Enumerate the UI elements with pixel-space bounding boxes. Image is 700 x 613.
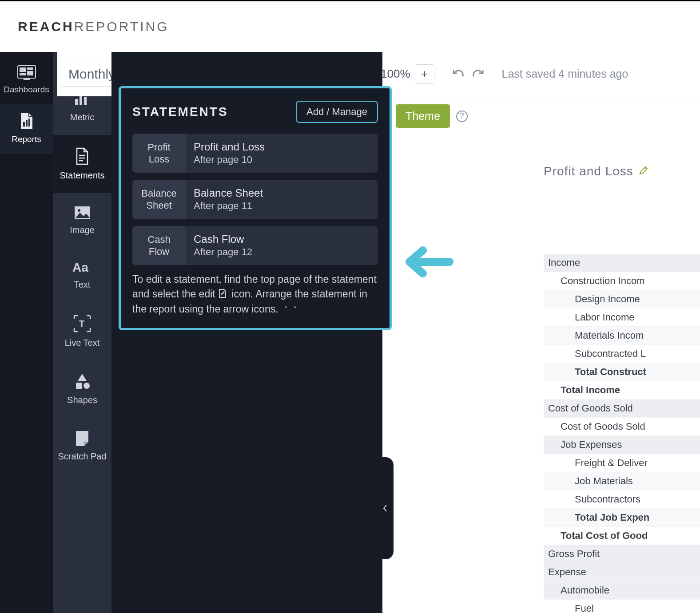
brand-logo: REACHREPORTING: [0, 1, 700, 52]
arrow-annotation-icon: [405, 244, 454, 281]
tool-scratch-pad[interactable]: Scratch Pad: [53, 418, 111, 474]
history-controls: [452, 67, 484, 81]
theme-button[interactable]: Theme: [396, 104, 450, 128]
tool-label: Live Text: [65, 338, 100, 348]
tool-text[interactable]: Aa Text: [53, 248, 111, 302]
tool-label: Image: [70, 225, 95, 235]
statement-position: After page 11: [194, 200, 263, 212]
undo-icon[interactable]: [452, 67, 465, 81]
tool-label: Shapes: [67, 395, 97, 405]
report-title: Profit and Loss: [544, 164, 633, 178]
secondary-sidebar: Metric Statements Image Aa Text T Live T…: [53, 52, 111, 613]
chevron-up-icon[interactable]: ˄: [284, 305, 288, 314]
table-row: Job Materials: [544, 472, 700, 490]
report-table: IncomeConstruction IncomDesign IncomeLab…: [544, 254, 700, 613]
statement-name: Cash Flow: [194, 233, 252, 245]
statement-card-cf[interactable]: Cash Flow Cash Flow After page 12: [132, 226, 378, 265]
statement-badge: Balance Sheet: [132, 180, 186, 219]
svg-rect-5: [24, 78, 30, 80]
svg-point-16: [78, 209, 80, 212]
image-icon: [74, 206, 91, 220]
statement-info: Profit and Loss After page 10: [186, 134, 273, 173]
svg-rect-11: [84, 97, 87, 105]
svg-rect-7: [26, 120, 28, 127]
report-title-row: Profit and Loss: [544, 164, 700, 196]
tool-label: Text: [74, 280, 91, 289]
sidebar-item-dashboards[interactable]: Dashboards: [0, 57, 53, 104]
tool-live-text[interactable]: T Live Text: [53, 302, 111, 360]
svg-rect-10: [80, 95, 82, 105]
statement-position: After page 10: [194, 154, 265, 166]
zoom-in-button[interactable]: +: [415, 64, 434, 84]
tool-label: Statements: [60, 170, 104, 180]
table-row: Subcontractors: [544, 490, 700, 509]
table-row: Construction Incom: [544, 272, 700, 290]
document-icon: [75, 147, 89, 165]
table-row: Total Cost of Good: [544, 527, 700, 545]
svg-rect-2: [27, 67, 33, 70]
svg-point-21: [84, 383, 90, 389]
tool-label: Metric: [70, 112, 94, 122]
svg-rect-9: [75, 99, 78, 105]
statements-help-text: To edit a statement, find the top page o…: [132, 272, 378, 316]
chevron-down-icon[interactable]: ˅: [293, 305, 297, 314]
statements-heading: STATEMENTS: [132, 105, 228, 119]
table-row: Cost of Goods Sold: [544, 399, 700, 418]
svg-text:T: T: [79, 319, 84, 328]
sidebar-item-reports[interactable]: Reports: [0, 104, 53, 154]
table-row: Job Expenses: [544, 436, 700, 454]
table-row: Total Construct: [544, 363, 700, 381]
statement-badge: Profit Loss: [132, 134, 186, 173]
statements-panel: STATEMENTS Add / Manage Profit Loss Prof…: [119, 86, 392, 330]
tool-statements[interactable]: Statements: [53, 135, 111, 193]
svg-rect-8: [28, 119, 30, 127]
tool-label: Scratch Pad: [58, 451, 107, 461]
table-row: Expense: [544, 563, 700, 581]
statement-info: Balance Sheet After page 11: [186, 180, 271, 219]
dashboard-icon: [17, 65, 36, 80]
statement-card-bs[interactable]: Balance Sheet Balance Sheet After page 1…: [132, 180, 378, 219]
svg-rect-6: [23, 122, 25, 127]
svg-text:Aa: Aa: [72, 261, 88, 274]
table-row: Cost of Goods Sold: [544, 418, 700, 436]
canvas-toolbar: Theme ?: [396, 104, 468, 128]
statement-card-pl[interactable]: Profit Loss Profit and Loss After page 1…: [132, 134, 378, 173]
svg-marker-19: [78, 374, 87, 381]
table-row: Subcontracted L: [544, 345, 700, 363]
pencil-icon[interactable]: [639, 164, 648, 178]
brand-bold: REACH: [18, 19, 74, 34]
table-row: Income: [544, 254, 700, 272]
primary-sidebar: Dashboards Reports: [0, 52, 53, 613]
collapse-panel-handle[interactable]: [377, 457, 394, 559]
tool-shapes[interactable]: Shapes: [53, 360, 111, 418]
report-preview: Profit and Loss IncomeConstruction Incom…: [544, 164, 700, 613]
svg-rect-20: [76, 383, 82, 389]
text-icon: Aa: [72, 260, 92, 274]
table-row: Design Income: [544, 290, 700, 308]
statement-name: Balance Sheet: [194, 187, 263, 199]
brand-thin: REPORTING: [74, 19, 169, 34]
add-manage-button[interactable]: Add / Manage: [296, 101, 378, 123]
table-row: Materials Incom: [544, 327, 700, 345]
tool-image[interactable]: Image: [53, 193, 111, 248]
svg-rect-4: [20, 73, 26, 75]
table-row: Freight & Deliver: [544, 454, 700, 472]
table-row: Automobile: [544, 581, 700, 600]
redo-icon[interactable]: [472, 67, 484, 81]
edit-doc-icon: [218, 289, 227, 298]
table-row: Total Job Expen: [544, 509, 700, 527]
table-row: Total Income: [544, 381, 700, 399]
help-icon[interactable]: ?: [456, 111, 468, 122]
report-icon: [19, 112, 34, 130]
statement-badge: Cash Flow: [132, 226, 186, 265]
table-row: Gross Profit: [544, 545, 700, 563]
svg-rect-3: [27, 71, 33, 75]
svg-rect-1: [20, 67, 26, 72]
sidebar-label: Dashboards: [4, 85, 49, 94]
chevron-left-icon: [382, 504, 388, 512]
table-row: Labor Income: [544, 308, 700, 327]
sidebar-label: Reports: [12, 134, 41, 144]
zoom-level: 100%: [381, 67, 410, 81]
statement-info: Cash Flow After page 12: [186, 226, 260, 265]
statement-position: After page 12: [194, 246, 252, 258]
